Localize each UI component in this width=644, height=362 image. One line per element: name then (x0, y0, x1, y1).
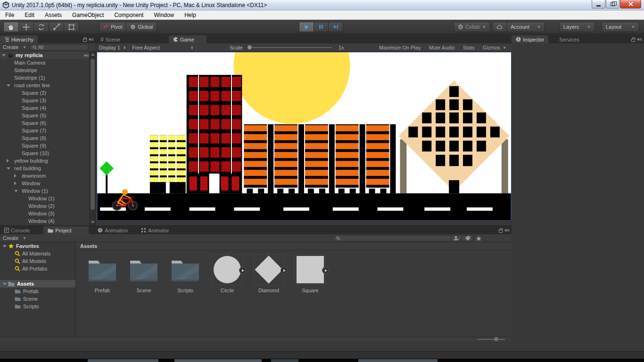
hierarchy-item[interactable]: road center line (0, 82, 96, 89)
stats-toggle[interactable]: Stats (459, 45, 479, 50)
search-by-label-button[interactable] (462, 235, 473, 242)
lock-icon[interactable] (499, 230, 503, 233)
aspect-dropdown[interactable]: Free Aspect ▲▼ (132, 45, 193, 50)
asset-item-diamond[interactable]: Diamond (248, 255, 289, 304)
global-toggle-button[interactable]: Global (126, 22, 157, 32)
favorites-item[interactable]: All Prefabs (0, 265, 75, 272)
expand-badge-icon[interactable] (322, 267, 329, 274)
rect-tool-button[interactable] (64, 22, 79, 32)
hierarchy-item[interactable]: Square (10) (0, 149, 96, 157)
hierarchy-item[interactable]: Square (4) (0, 104, 96, 112)
layers-dropdown[interactable]: Layers▼ (559, 22, 595, 32)
favorites-filter-button[interactable] (473, 235, 484, 242)
expand-arrow-icon[interactable] (14, 190, 18, 192)
expand-badge-icon[interactable] (281, 267, 288, 274)
expand-arrow-icon[interactable] (7, 84, 10, 87)
display-dropdown[interactable]: Display 1 ▲▼ (96, 45, 126, 50)
tab-animator[interactable]: Animator (137, 226, 173, 234)
hierarchy-create-button[interactable]: Create ▼ (0, 44, 29, 50)
tab-console[interactable]: Console (0, 226, 34, 234)
scrollbar-thumb[interactable] (91, 59, 95, 210)
project-create-button[interactable]: Create ▼ (0, 235, 29, 241)
scale-slider-knob[interactable] (248, 45, 252, 49)
hierarchy-item[interactable]: red building (0, 165, 96, 172)
expand-arrow-icon[interactable] (3, 245, 7, 247)
restore-button[interactable] (606, 0, 619, 8)
hierarchy-scrollbar[interactable] (89, 51, 96, 225)
collapse-arrow-icon[interactable] (14, 181, 17, 185)
asset-item-scene[interactable]: Scene (123, 255, 165, 304)
tab-hierarchy[interactable]: Hierarchy (0, 35, 38, 43)
menu-gameobject[interactable]: GameObject (67, 10, 109, 19)
menu-window[interactable]: Window (149, 10, 179, 19)
hierarchy-item[interactable]: Main Camera (0, 59, 96, 66)
assets-folder-item[interactable]: Prefab (0, 288, 75, 295)
lock-icon[interactable] (83, 39, 87, 42)
hierarchy-item[interactable]: Square (6) (0, 119, 96, 127)
scroll-up-icon[interactable] (91, 53, 95, 56)
asset-item-prefab[interactable]: Prefab (82, 255, 123, 304)
scroll-down-icon[interactable] (91, 221, 95, 223)
tab-animation[interactable]: Animation (93, 226, 132, 234)
panel-menu-icon[interactable]: ▾≡ (504, 228, 510, 233)
search-by-type-button[interactable] (450, 235, 462, 242)
layout-dropdown[interactable]: Layout▼ (602, 22, 639, 32)
asset-item-square[interactable]: Square (289, 255, 331, 304)
menu-file[interactable]: File (0, 10, 19, 19)
play-button[interactable] (299, 22, 314, 32)
tab-scene[interactable]: # Scene (96, 35, 124, 43)
hierarchy-item[interactable]: Square (9) (0, 142, 96, 149)
favorites-root[interactable]: Favorites (0, 242, 75, 250)
expand-arrow-icon[interactable] (3, 283, 7, 285)
lock-icon[interactable] (631, 39, 635, 42)
hierarchy-item[interactable]: Square (5) (0, 112, 96, 119)
tab-project[interactable]: Project (43, 226, 89, 234)
favorites-item[interactable]: All Models (0, 257, 75, 265)
hierarchy-item[interactable]: Window (1) (0, 187, 96, 195)
scene-menu-icon[interactable]: ▾≡ (84, 53, 89, 58)
maximize-on-play-toggle[interactable]: Maximize On Play (375, 45, 425, 50)
rotate-tool-button[interactable] (33, 22, 49, 32)
asset-item-scripts[interactable]: Scripts (165, 255, 206, 304)
hierarchy-item[interactable]: Sidestripe (1) (0, 74, 96, 82)
scale-tool-button[interactable] (49, 22, 64, 32)
menu-assets[interactable]: Assets (40, 10, 67, 19)
expand-arrow-icon[interactable] (2, 54, 6, 57)
hierarchy-item[interactable]: Square (2) (0, 89, 96, 97)
hierarchy-item[interactable]: Window (3) (0, 210, 96, 217)
taskbar-item[interactable] (271, 359, 298, 362)
hierarchy-item[interactable]: Window (0, 180, 96, 187)
move-tool-button[interactable] (18, 22, 34, 32)
taskbar-item[interactable] (174, 359, 262, 362)
close-button[interactable] (620, 0, 641, 8)
tab-inspector[interactable]: Inspector (512, 35, 548, 43)
hierarchy-item[interactable]: downroom (0, 172, 96, 180)
favorites-item[interactable]: All Materials (0, 250, 75, 257)
taskbar-item[interactable] (358, 359, 438, 362)
thumbnail-size-slider-track[interactable] (477, 339, 505, 340)
menu-edit[interactable]: Edit (19, 10, 40, 19)
pivot-toggle-button[interactable]: Pivot (99, 22, 126, 32)
hierarchy-item[interactable]: yellow building (0, 157, 96, 165)
mute-audio-toggle[interactable]: Mute Audio (425, 45, 459, 50)
collab-dropdown[interactable]: Collab ▼ (454, 22, 490, 32)
panel-menu-icon[interactable]: ▾≡ (89, 37, 94, 42)
hierarchy-item[interactable]: Window (1) (0, 195, 96, 202)
hierarchy-item[interactable]: Window (4) (0, 217, 96, 225)
hierarchy-item[interactable]: Sidestripe (0, 66, 96, 74)
thumbnail-size-slider-knob[interactable] (494, 337, 498, 341)
minimize-button[interactable] (592, 0, 605, 8)
assets-folder-item[interactable]: Scene (0, 295, 75, 303)
hierarchy-item[interactable]: Square (3) (0, 97, 96, 104)
account-dropdown[interactable]: Account▼ (506, 22, 545, 32)
pause-button[interactable] (314, 22, 329, 32)
panel-menu-icon[interactable]: ▾≡ (637, 37, 642, 42)
hierarchy-item[interactable]: Window (2) (0, 202, 96, 210)
hierarchy-search-input[interactable]: All (29, 44, 89, 50)
collapse-arrow-icon[interactable] (7, 159, 9, 163)
hierarchy-item[interactable]: Square (7) (0, 127, 96, 134)
menu-component[interactable]: Component (109, 10, 149, 19)
step-button[interactable] (328, 22, 343, 32)
game-viewport[interactable] (97, 52, 512, 221)
scale-slider-track[interactable] (252, 47, 332, 48)
